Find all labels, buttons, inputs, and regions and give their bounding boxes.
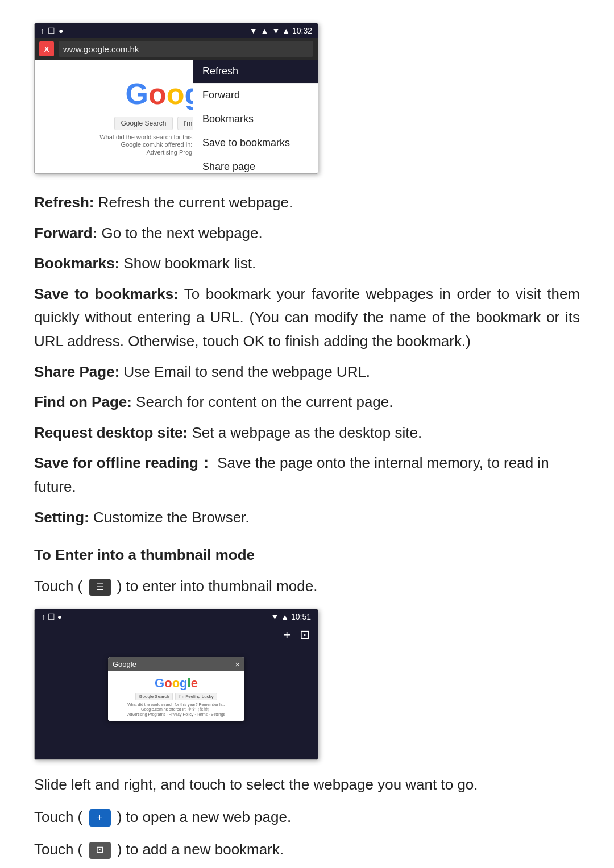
- touch-text-2-end: ) to open a new web page.: [117, 808, 291, 825]
- status2-left-icons: ↑ ☐ ●: [42, 612, 62, 621]
- desc-setting: Setting: Customize the Browser.: [34, 506, 580, 530]
- address-bar[interactable]: www.google.com.hk: [59, 41, 313, 57]
- browser-content-area: Google Google Search I'm Feeling Lu... W…: [35, 60, 318, 173]
- thumbnail-content: Google × Google Google Search I'm Feelin…: [35, 646, 318, 759]
- time-display: ▼ ▲ 10:32: [272, 26, 312, 35]
- tab-search-btn: Google Search: [135, 693, 172, 700]
- desc-refresh: Refresh: Refresh the current webpage.: [34, 191, 580, 215]
- term-refresh: Refresh:: [34, 194, 94, 211]
- text-bookmarks: Show bookmark list.: [119, 255, 256, 272]
- touch-thumbnail-line: Touch ( ☰ ) to enter into thumbnail mode…: [34, 573, 580, 600]
- screen-icon: ☐: [48, 26, 55, 35]
- tab-lucky-btn: I'm Feeling Lucky: [175, 693, 217, 700]
- status-bar-1: ↑ ☐ ● ▼ ▲ ▼ ▲ 10:32: [35, 23, 318, 38]
- tab-google-logo: Google: [113, 676, 240, 691]
- touch-bookmark-line: Touch ( ⊡ ) to add a new bookmark.: [34, 836, 580, 863]
- touch-text-1-end: ) to enter into thumbnail mode.: [117, 578, 318, 595]
- tab-body-text-1: What did the world search for this year?…: [113, 703, 240, 707]
- text-forward: Go to the next webpage.: [97, 225, 263, 242]
- menu-item-refresh[interactable]: Refresh: [193, 60, 318, 84]
- tab-card-header: Google ×: [108, 657, 244, 671]
- desc-save-offline: Save for offline reading： Save the page …: [34, 451, 580, 499]
- tab-title: Google: [113, 660, 136, 668]
- desc-save-bookmarks: Save to bookmarks: To bookmark your favo…: [34, 283, 580, 354]
- term-forward: Forward:: [34, 225, 97, 242]
- desc-forward: Forward: Go to the next webpage.: [34, 222, 580, 246]
- status2-right-icons: ▼ ▲ 10:51: [271, 612, 311, 621]
- text-share-page: Use Email to send the webpage URL.: [119, 363, 370, 380]
- new-page-icon[interactable]: +: [89, 809, 111, 827]
- menu-item-bookmarks[interactable]: Bookmarks: [193, 107, 318, 131]
- tab-card-google[interactable]: Google × Google Google Search I'm Feelin…: [108, 657, 244, 721]
- battery-icon: ●: [59, 26, 63, 35]
- add-bookmark-icon[interactable]: ⊡: [89, 842, 111, 859]
- screenshot-browser-menu: ↑ ☐ ● ▼ ▲ ▼ ▲ 10:32 X www.google.com.hk …: [34, 23, 318, 174]
- status-icons-right: ▼ ▲ ▼ ▲ 10:32: [250, 26, 312, 35]
- browser-logo: X: [39, 41, 54, 56]
- term-save-offline: Save for offline reading：: [34, 454, 213, 471]
- menu-item-share[interactable]: Share page: [193, 155, 318, 173]
- desc-request-desktop: Request desktop site: Set a webpage as t…: [34, 421, 580, 445]
- touch-text-1: Touch (: [34, 578, 82, 595]
- browser-toolbar: X www.google.com.hk: [35, 38, 318, 60]
- screenshot-thumbnail-mode: ↑ ☐ ● ▼ ▲ 10:51 + ⊡ Google × Google Goog…: [34, 609, 318, 760]
- wifi-icon: ▼: [250, 26, 258, 35]
- status-bar-2: ↑ ☐ ● ▼ ▲ 10:51: [35, 609, 318, 624]
- bookmark-button[interactable]: ⊡: [300, 628, 310, 642]
- status-icons-left: ↑ ☐ ●: [40, 26, 63, 35]
- tab-google-buttons: Google Search I'm Feeling Lucky: [113, 693, 240, 700]
- touch-new-page-line: Touch ( + ) to open a new web page.: [34, 804, 580, 830]
- signal-icon: ↑: [40, 26, 44, 35]
- tab-card-body: Google Google Search I'm Feeling Lucky W…: [108, 671, 244, 721]
- section-heading-thumbnail: To Enter into a thumbnail mode: [34, 546, 580, 564]
- term-request-desktop: Request desktop site:: [34, 424, 188, 441]
- signal-strength-icon: ▲: [261, 26, 269, 35]
- text-find-on-page: Search for content on the current page.: [132, 393, 393, 410]
- context-menu[interactable]: Refresh Forward Bookmarks Save to bookma…: [193, 60, 318, 173]
- term-bookmarks: Bookmarks:: [34, 255, 119, 272]
- text-refresh: Refresh the current webpage.: [94, 194, 293, 211]
- text-request-desktop: Set a webpage as the desktop site.: [188, 424, 422, 441]
- new-tab-button[interactable]: +: [283, 628, 291, 642]
- thumbnail-mode-icon[interactable]: ☰: [89, 579, 111, 596]
- slide-instruction: Slide left and right, and touch to selec…: [34, 771, 580, 798]
- google-search-btn[interactable]: Google Search: [114, 117, 172, 130]
- term-save-bookmarks: Save to bookmarks:: [34, 285, 179, 302]
- desc-share-page: Share Page: Use Email to send the webpag…: [34, 360, 580, 384]
- tab-close-button[interactable]: ×: [235, 659, 240, 669]
- menu-item-forward[interactable]: Forward: [193, 84, 318, 107]
- desc-find-on-page: Find on Page: Search for content on the …: [34, 391, 580, 414]
- touch-text-3-end: ) to add a new bookmark.: [117, 841, 284, 858]
- touch-text-2: Touch (: [34, 808, 82, 825]
- tab-body-text-3: Advertising Programs · Privacy Policy · …: [113, 712, 240, 716]
- touch-text-3: Touch (: [34, 841, 82, 858]
- tab-body-text-2: Google.com.hk offered in: 中文（繁體）: [113, 707, 240, 712]
- text-setting: Customize the Browser.: [89, 509, 250, 526]
- term-find-on-page: Find on Page:: [34, 393, 132, 410]
- term-setting: Setting:: [34, 509, 89, 526]
- menu-item-save-bookmarks[interactable]: Save to bookmarks: [193, 131, 318, 155]
- thumbnail-action-bar: + ⊡: [35, 624, 318, 646]
- term-share-page: Share Page:: [34, 363, 119, 380]
- desc-bookmarks: Bookmarks: Show bookmark list.: [34, 252, 580, 276]
